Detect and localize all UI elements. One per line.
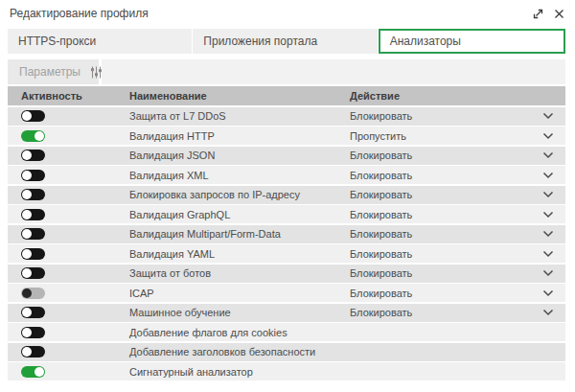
expand-cell [531, 309, 565, 316]
chevron-down-icon[interactable] [542, 230, 554, 238]
table-row: Валидация YAML Блокировать [8, 244, 565, 263]
activity-toggle[interactable] [21, 170, 45, 181]
expand-cell [531, 112, 565, 120]
activity-toggle[interactable] [21, 346, 45, 357]
chevron-down-icon[interactable] [542, 269, 554, 277]
parameters-label: Параметры [19, 65, 80, 79]
table-row: Валидация XML Блокировать [8, 166, 565, 184]
table-row: Защита от L7 DDoS Блокировать [8, 107, 565, 126]
chevron-down-icon[interactable] [542, 112, 554, 120]
analyzer-name: Добавление заголовков безопасности [129, 346, 350, 357]
chevron-down-icon[interactable] [542, 172, 554, 179]
chevron-down-icon[interactable] [542, 151, 554, 159]
activity-cell [8, 346, 129, 357]
chevron-down-icon[interactable] [542, 309, 554, 316]
expand-cell [531, 289, 565, 297]
activity-toggle[interactable] [21, 327, 45, 338]
activity-toggle[interactable] [21, 307, 45, 318]
activity-toggle[interactable] [21, 110, 45, 122]
analyzer-action: Блокировать [350, 307, 531, 318]
table-row: Машинное обучение Блокировать [8, 304, 565, 322]
toggle-knob [22, 171, 32, 180]
table-row: Добавление заголовков безопасности [8, 343, 565, 361]
activity-toggle[interactable] [21, 366, 45, 378]
expand-icon[interactable] [532, 8, 544, 20]
toggle-knob [22, 190, 32, 199]
activity-toggle[interactable] [21, 248, 45, 260]
activity-cell [8, 170, 129, 181]
chevron-down-icon[interactable] [542, 132, 554, 140]
activity-cell [8, 288, 129, 299]
expand-cell [531, 269, 565, 277]
activity-toggle[interactable] [21, 228, 45, 240]
activity-cell [8, 228, 129, 240]
chevron-down-icon[interactable] [542, 250, 554, 258]
toggle-knob [22, 347, 32, 357]
activity-toggle[interactable] [21, 150, 45, 161]
analyzer-name: ICAP [129, 288, 350, 299]
page-title: Редактирование профиля [10, 7, 149, 20]
chevron-down-icon[interactable] [542, 211, 554, 219]
activity-cell [8, 248, 129, 260]
tab-label: Приложения портала [203, 35, 317, 48]
analyzer-action: Пропустить [350, 130, 531, 142]
activity-cell [8, 110, 129, 122]
analyzer-action: Блокировать [350, 228, 531, 240]
analyzer-action: Блокировать [350, 170, 531, 181]
activity-toggle[interactable] [21, 267, 45, 279]
toggle-knob [22, 210, 32, 219]
chevron-down-icon[interactable] [542, 289, 554, 297]
tab-label: Анализаторы [390, 35, 461, 48]
activity-cell [8, 366, 129, 378]
column-header-activity: Активность [8, 90, 129, 102]
toggle-knob [22, 249, 32, 259]
column-header-action: Действие [350, 90, 531, 102]
activity-cell [8, 209, 129, 220]
analyzer-action: Блокировать [350, 110, 531, 122]
analyzer-name: Валидация YAML [129, 248, 350, 260]
analyzer-action: Блокировать [350, 189, 531, 200]
chevron-down-icon[interactable] [542, 191, 554, 198]
toggle-knob [22, 150, 32, 160]
table-body: Защита от L7 DDoS Блокировать Валидация … [8, 107, 565, 381]
activity-toggle[interactable] [21, 130, 45, 142]
tab-analyzers[interactable]: Анализаторы [379, 29, 565, 54]
activity-toggle[interactable] [21, 189, 45, 200]
tab-portal-apps[interactable]: Приложения портала [193, 29, 378, 54]
activity-cell [8, 150, 129, 161]
toggle-knob [22, 328, 32, 337]
activity-cell [8, 130, 129, 142]
activity-cell [8, 307, 129, 318]
close-icon[interactable] [553, 8, 565, 20]
toggle-knob [34, 131, 44, 141]
activity-cell [8, 327, 129, 338]
toggle-knob [22, 229, 32, 239]
table-row: Валидация JSON Блокировать [8, 147, 565, 165]
table-row: Валидация HTTP Пропустить [8, 127, 565, 145]
analyzer-action: Блокировать [350, 248, 531, 260]
analyzer-name: Валидация XML [129, 170, 350, 181]
analyzer-name: Добавление флагов для cookies [129, 327, 350, 338]
analyzer-name: Защита от L7 DDoS [129, 110, 350, 122]
table-header: Активность Наименование Действие [8, 86, 565, 105]
tab-https-proxy[interactable]: HTTPS-прокси [8, 29, 193, 54]
dialog-titlebar: Редактирование профиля [0, 0, 575, 27]
parameters-button[interactable]: Параметры [8, 59, 99, 84]
analyzer-action: Блокировать [350, 267, 531, 279]
analyzer-action: Блокировать [350, 288, 531, 299]
table-row: Валидация Multipart/Form-Data Блокироват… [8, 225, 565, 243]
analyzer-action: Блокировать [350, 150, 531, 161]
table-row: Добавление флагов для cookies [8, 323, 565, 341]
analyzer-action: Блокировать [350, 209, 531, 220]
expand-cell [531, 211, 565, 219]
expand-cell [531, 132, 565, 140]
expand-cell [531, 191, 565, 198]
analyzer-name: Машинное обучение [129, 307, 350, 318]
window-controls [532, 8, 565, 20]
analyzer-name: Валидация HTTP [129, 130, 350, 142]
table-row: Сигнатурный анализатор [8, 362, 565, 380]
activity-toggle[interactable] [21, 209, 45, 220]
toolbar: Параметры [8, 59, 565, 84]
toggle-knob [22, 288, 32, 298]
analyzer-name: Валидация JSON [129, 150, 350, 161]
